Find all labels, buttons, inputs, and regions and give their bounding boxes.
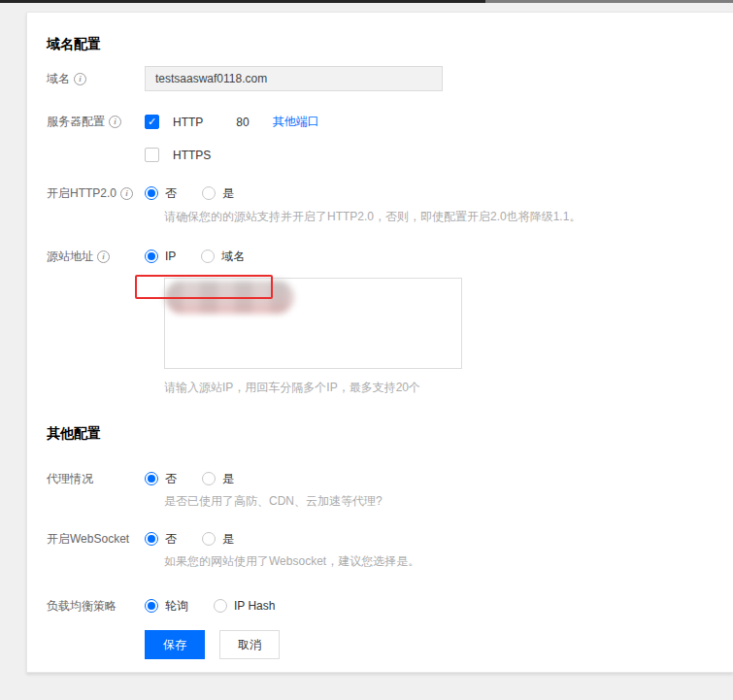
domain-row: 域名 i xyxy=(47,66,723,91)
other-port-link[interactable]: 其他端口 xyxy=(273,114,319,130)
domain-label-wrap: 域名 i xyxy=(47,71,145,87)
load-balance-label: 负载均衡策略 xyxy=(47,598,117,615)
websocket-radio-yes[interactable] xyxy=(202,532,216,546)
http2-radio-yes-label: 是 xyxy=(222,185,234,202)
origin-ctrl: IP 域名 xyxy=(145,249,245,265)
check-icon: ✓ xyxy=(148,117,156,127)
server-config-https-row: HTTPS xyxy=(47,143,723,167)
http2-radio-no-label: 否 xyxy=(165,185,177,202)
info-icon[interactable]: i xyxy=(109,116,121,128)
domain-label: 域名 xyxy=(47,71,70,87)
websocket-help-text: 如果您的网站使用了Websocket，建议您选择是。 xyxy=(164,553,419,570)
proxy-ctrl: 否 是 xyxy=(145,471,234,487)
proxy-row: 代理情况 否 是 xyxy=(47,466,723,491)
domain-config-panel: 域名配置 域名 i 服务器配置 i ✓ HTTP 80 其他端口 HTTPS xyxy=(26,12,733,673)
top-edge-bar-dark xyxy=(0,0,485,3)
proxy-label: 代理情况 xyxy=(47,471,93,487)
info-icon[interactable]: i xyxy=(97,250,110,263)
domain-ctrl xyxy=(145,66,443,91)
https-ctrl: HTTPS xyxy=(145,148,211,162)
origin-label: 源站地址 xyxy=(47,249,93,265)
websocket-ctrl: 否 是 xyxy=(145,531,234,548)
http2-ctrl: 否 是 xyxy=(145,185,234,202)
http2-help-text: 请确保您的的源站支持并开启了HTTP2.0，否则，即使配置开启2.0也将降级1.… xyxy=(164,209,581,225)
load-balance-ctrl: 轮询 IP Hash xyxy=(145,598,275,615)
domain-input[interactable] xyxy=(145,66,443,91)
load-balance-label-wrap: 负载均衡策略 xyxy=(47,598,145,615)
action-buttons: 保存 取消 xyxy=(145,630,280,659)
lb-radio-round-robin[interactable] xyxy=(145,599,158,613)
section-title-other-config: 其他配置 xyxy=(47,425,101,443)
http-port-value: 80 xyxy=(236,116,249,129)
origin-radio-ip[interactable] xyxy=(145,250,158,263)
load-balance-row: 负载均衡策略 轮询 IP Hash xyxy=(47,593,723,618)
http2-radio-no[interactable] xyxy=(145,186,158,200)
server-config-label-wrap: 服务器配置 i xyxy=(47,114,145,130)
https-checkbox-label: HTTPS xyxy=(173,149,211,162)
server-config-http-row: 服务器配置 i ✓ HTTP 80 其他端口 xyxy=(47,110,723,134)
http2-label-wrap: 开启HTTP2.0 i xyxy=(47,185,145,202)
websocket-label-wrap: 开启WebSocket xyxy=(47,531,145,548)
origin-help-text: 请输入源站IP，用回车分隔多个IP，最多支持20个 xyxy=(164,380,420,396)
save-button[interactable]: 保存 xyxy=(145,630,205,659)
https-checkbox[interactable] xyxy=(145,148,159,162)
proxy-radio-no[interactable] xyxy=(145,472,158,485)
http-ctrl: ✓ HTTP 80 其他端口 xyxy=(145,114,319,130)
info-icon[interactable]: i xyxy=(74,73,86,85)
http2-row: 开启HTTP2.0 i 否 是 xyxy=(47,181,723,206)
lb-radio-ip-hash[interactable] xyxy=(214,599,227,613)
proxy-radio-yes-label: 是 xyxy=(222,471,234,487)
cancel-button[interactable]: 取消 xyxy=(219,630,280,659)
lb-radio-round-robin-label: 轮询 xyxy=(165,598,188,615)
websocket-radio-no[interactable] xyxy=(145,532,158,546)
origin-radio-domain[interactable] xyxy=(201,250,215,263)
page: { "colors": { "accent": "#006eff", "page… xyxy=(0,0,733,700)
origin-row: 源站地址 i IP 域名 xyxy=(47,244,723,269)
http2-radio-yes[interactable] xyxy=(202,186,216,200)
websocket-radio-yes-label: 是 xyxy=(222,531,234,548)
http-checkbox-label: HTTP xyxy=(173,116,203,129)
proxy-radio-no-label: 否 xyxy=(165,471,177,487)
proxy-help-text: 是否已使用了高防、CDN、云加速等代理? xyxy=(164,493,383,510)
websocket-radio-no-label: 否 xyxy=(165,531,177,548)
websocket-row: 开启WebSocket 否 是 xyxy=(47,526,723,551)
proxy-radio-yes[interactable] xyxy=(202,472,216,485)
origin-ip-textarea[interactable] xyxy=(164,278,462,369)
section-title-domain-config: 域名配置 xyxy=(47,36,101,53)
origin-radio-domain-label: 域名 xyxy=(221,249,245,265)
info-icon[interactable]: i xyxy=(120,187,133,200)
websocket-label: 开启WebSocket xyxy=(47,531,129,548)
proxy-label-wrap: 代理情况 xyxy=(47,471,145,487)
action-buttons-row: 保存 取消 xyxy=(47,630,723,659)
http-checkbox[interactable]: ✓ xyxy=(145,115,159,129)
origin-radio-ip-label: IP xyxy=(165,250,176,263)
http2-label: 开启HTTP2.0 xyxy=(47,185,117,202)
origin-label-wrap: 源站地址 i xyxy=(47,249,145,265)
lb-radio-ip-hash-label: IP Hash xyxy=(234,599,275,613)
server-config-label: 服务器配置 xyxy=(47,114,105,130)
